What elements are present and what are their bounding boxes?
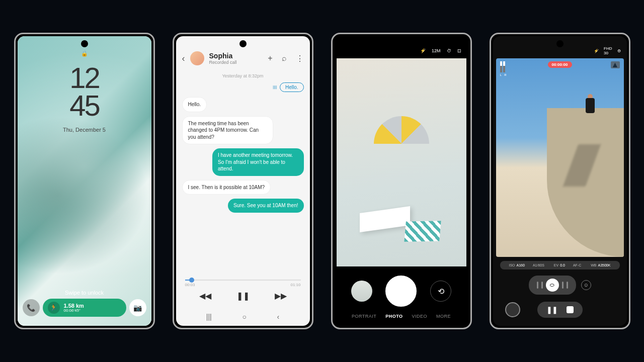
more-button[interactable]: ⋮ <box>296 54 304 63</box>
run-distance: 1.58 km <box>64 303 84 309</box>
mode-video[interactable]: VIDEO <box>412 314 428 319</box>
setting-wb[interactable]: WBA3500K <box>591 263 610 267</box>
bottom-bar: 📞 🏃 1.58 km 00:06'45" 📷 <box>23 299 146 317</box>
navbar: ||| ○ ‹ <box>176 307 310 326</box>
setting-focus[interactable]: AF-C <box>573 263 583 267</box>
lounge-graphic <box>360 206 410 232</box>
ratio-icon[interactable]: ⊡ <box>457 48 461 53</box>
camera-notch <box>556 40 564 47</box>
camera-bottom: ⟲ PORTRAIT PHOTO VIDEO MORE <box>335 272 468 326</box>
pro-video-bottom: ❚❚ <box>493 298 627 326</box>
lockscreen[interactable]: 🔒 12 45 Thu, December 5 Swipe to unlock … <box>18 36 151 326</box>
contact-avatar[interactable] <box>190 51 204 65</box>
phone-camera: ⚡̸ 12M ⏱ ⊡ ⟲ PORTRAIT PHOTO VIDE <box>331 33 472 329</box>
pause-button[interactable]: ❚❚ <box>546 306 557 314</box>
setting-iso[interactable]: ISOA160 <box>509 263 524 267</box>
contact-name: Sophia <box>209 52 263 60</box>
skater-graphic <box>581 94 601 122</box>
message-outgoing[interactable]: Sure. See you at 10AM then! <box>228 199 303 213</box>
audio-player: 00:03 01:10 ◀◀ ❚❚ ▶▶ <box>176 275 310 307</box>
phone-lockscreen: 🔒 12 45 Thu, December 5 Swipe to unlock … <box>14 33 155 329</box>
camera-notch <box>81 40 88 47</box>
shutter-button[interactable] <box>385 276 417 307</box>
message-incoming[interactable]: I see. Then is it possible at 10AM? <box>182 180 271 195</box>
lock-icon: 🔒 <box>81 50 88 57</box>
mode-photo[interactable]: PHOTO <box>385 314 403 319</box>
gallery-thumbnail[interactable] <box>505 302 520 317</box>
zoom-slider[interactable]: ⬭ <box>529 276 576 295</box>
camera-notch <box>239 40 247 47</box>
pause-button[interactable]: ❚❚ <box>236 291 250 301</box>
flash-icon[interactable]: ⚡̸ <box>420 48 426 53</box>
messages-screen: ‹ Sophia Recorded call + ⌕ ⋮ Yesterday a… <box>176 36 310 326</box>
switch-camera-button[interactable]: ⟲ <box>430 281 451 302</box>
setting-ev[interactable]: EV0.0 <box>554 263 565 267</box>
waveform-icon[interactable]: ⦀⦀ <box>273 84 277 90</box>
viewfinder[interactable]: L R 00:00:00 ▲ <box>496 58 624 257</box>
audio-level-meter <box>500 61 505 72</box>
camera-screen: ⚡̸ 12M ⏱ ⊡ ⟲ PORTRAIT PHOTO VIDE <box>335 36 468 326</box>
nav-back[interactable]: ‹ <box>277 313 279 321</box>
transcript-pill[interactable]: Hello. <box>280 82 304 92</box>
umbrella-graphic <box>374 116 429 146</box>
pro-settings-bar[interactable]: ISOA160 A1/60S EV0.0 AF-C WBA3500K <box>500 261 620 269</box>
search-button[interactable]: ⌕ <box>282 54 287 63</box>
ae-lock-button[interactable]: ⊙ <box>581 280 591 290</box>
flash-icon[interactable]: ⚡̸ <box>594 49 599 53</box>
stop-button[interactable] <box>567 306 574 313</box>
gallery-thumbnail[interactable] <box>351 281 372 302</box>
date-label: Thu, December 5 <box>63 127 106 133</box>
zoom-row: ⬭ ⊙ <box>493 276 627 295</box>
phone-shortcut-button[interactable]: 📞 <box>23 299 40 316</box>
transcript-row: ⦀⦀ Hello. <box>182 82 304 92</box>
phone-messages: ‹ Sophia Recorded call + ⌕ ⋮ Yesterday a… <box>173 33 313 329</box>
viewfinder[interactable] <box>337 58 466 266</box>
progress-bar[interactable] <box>185 280 301 281</box>
clock-minutes: 45 <box>69 92 99 119</box>
contact-info[interactable]: Sophia Recorded call <box>209 52 263 65</box>
message-outgoing[interactable]: I have another meeting tomorrow. So I'm … <box>212 148 304 176</box>
clock-hours: 12 <box>69 64 99 92</box>
mode-more[interactable]: MORE <box>436 314 451 319</box>
forward-button[interactable]: ▶▶ <box>275 291 287 301</box>
timer-icon[interactable]: ⏱ <box>447 48 451 53</box>
resolution-label[interactable]: FHD30 <box>604 46 612 55</box>
settings-icon[interactable]: ⚙ <box>617 49 621 53</box>
camera-shortcut-button[interactable]: 📷 <box>129 299 146 316</box>
phone-pro-video: ⚡̸ FHD30 ⚙ L R 00:00:00 ▲ ISOA160 A1/60S <box>490 33 630 329</box>
timestamp: Yesterday at 8:32pm <box>176 73 310 78</box>
audio-lr-label: L R <box>500 73 508 76</box>
nav-recents[interactable]: ||| <box>206 313 212 321</box>
setting-shutter[interactable]: A1/60S <box>533 263 546 267</box>
histogram-button[interactable]: ▲ <box>611 61 620 68</box>
swipe-hint: Swipe to unlock <box>65 290 104 296</box>
megapixel-label[interactable]: 12M <box>432 48 441 53</box>
clock: 12 45 <box>69 64 99 119</box>
pro-video-screen: ⚡̸ FHD30 ⚙ L R 00:00:00 ▲ ISOA160 A1/60S <box>493 36 627 326</box>
messages-list[interactable]: ⦀⦀ Hello. Hello. The meeting time has be… <box>176 82 310 275</box>
run-time: 00:06'45" <box>64 309 84 313</box>
time-total: 01:10 <box>290 283 300 287</box>
running-widget[interactable]: 🏃 1.58 km 00:06'45" <box>43 299 126 317</box>
message-incoming[interactable]: Hello. <box>182 97 207 112</box>
run-icon: 🏃 <box>48 302 60 314</box>
back-button[interactable]: ‹ <box>182 53 185 64</box>
camera-modes[interactable]: PORTRAIT PHOTO VIDEO MORE <box>335 314 468 319</box>
progress-thumb[interactable] <box>189 278 194 283</box>
camera-notch <box>398 40 405 47</box>
contact-subtitle: Recorded call <box>209 60 263 65</box>
nav-home[interactable]: ○ <box>242 313 246 321</box>
record-controls: ❚❚ <box>537 302 583 318</box>
mode-portrait[interactable]: PORTRAIT <box>352 314 376 319</box>
recording-badge: 00:00:00 <box>547 61 572 68</box>
time-current: 00:03 <box>185 283 195 287</box>
zoom-value[interactable]: ⬭ <box>546 279 559 292</box>
message-incoming[interactable]: The meeting time has been changed to 4PM… <box>182 116 274 145</box>
add-button[interactable]: + <box>268 54 272 63</box>
towel-graphic <box>404 221 441 242</box>
rewind-button[interactable]: ◀◀ <box>199 291 211 301</box>
